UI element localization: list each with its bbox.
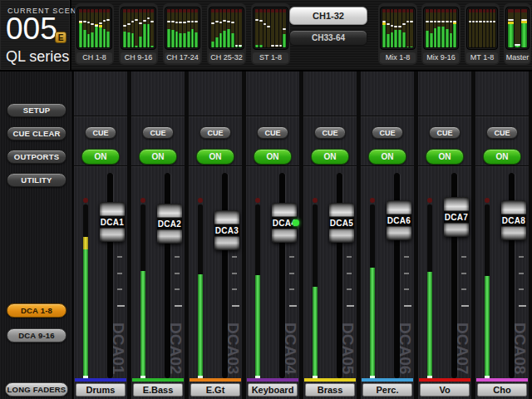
fader-scale-tick [347, 288, 352, 290]
meter-bar [187, 9, 190, 47]
fader-knob[interactable]: DCA2 [157, 204, 182, 244]
channel-name[interactable]: Brass [305, 383, 355, 397]
meter-block-master[interactable]: Master [504, 3, 531, 65]
cue-button[interactable]: CUE [85, 126, 116, 139]
channel-name[interactable]: Cho [477, 383, 527, 397]
fader-knob[interactable]: DCA6 [387, 200, 411, 240]
meter-bar [175, 9, 179, 47]
channel-name[interactable]: E.Bass [133, 383, 183, 397]
meter-bar [87, 9, 91, 47]
meter-bar [382, 9, 386, 47]
channel-name[interactable]: Perc. [362, 383, 412, 397]
fader-knob-label: DCA1 [100, 216, 125, 229]
on-button[interactable]: ON [196, 149, 234, 165]
sidebar-button-dca-1-8[interactable]: DCA 1-8 [7, 303, 66, 318]
fader-knob-label: DCA5 [329, 217, 354, 229]
on-button[interactable]: ON [311, 149, 349, 165]
fader-scale-tick [461, 256, 466, 258]
scene-edited-badge: E [55, 32, 66, 43]
meter-bar [437, 9, 441, 47]
on-button[interactable]: ON [81, 149, 120, 165]
cue-button[interactable]: CUE [142, 126, 174, 139]
fader-track[interactable] [222, 173, 228, 378]
meter-bar [106, 9, 110, 47]
channel-name[interactable]: Keyboard [248, 383, 298, 397]
on-button[interactable]: ON [139, 149, 177, 165]
meter-block-label: Mix 1-8 [380, 52, 416, 63]
meter-bar [95, 9, 98, 47]
meter-bars [165, 7, 200, 50]
meter-block-mix-9-16[interactable]: Mix 9-16 [421, 3, 461, 65]
meter-bar [426, 9, 429, 47]
scene-number: 005 [6, 12, 57, 47]
bank-button-ch33-64[interactable]: CH33-64 [289, 30, 367, 46]
meter-bar [271, 9, 274, 47]
channel-name[interactable]: E.Gt [190, 383, 240, 397]
current-scene-panel[interactable]: CURRENT SCENE 005 E QL series [0, 0, 71, 70]
meter-bar [167, 9, 170, 47]
clip-indicator [198, 198, 203, 203]
on-button[interactable]: ON [426, 149, 464, 165]
meter-bar [508, 9, 514, 47]
meter-bar [521, 9, 527, 47]
meter-bar [259, 9, 263, 47]
cue-button[interactable]: CUE [486, 126, 518, 139]
meter-bar [493, 9, 495, 47]
on-button[interactable]: ON [368, 149, 406, 165]
cue-button[interactable]: CUE [429, 126, 461, 139]
sidebar-button-utility[interactable]: UTILITY [7, 173, 66, 187]
channel-name[interactable]: Drums [76, 383, 126, 397]
clip-indicator [255, 198, 260, 203]
fader-knob[interactable]: DCA7 [444, 197, 469, 237]
sidebar-button-dca-9-16[interactable]: DCA 9-16 [7, 328, 66, 342]
sidebar-button-setup[interactable]: SETUP [7, 103, 66, 117]
meter-bar [123, 9, 126, 47]
meter-block-mix-1-8[interactable]: Mix 1-8 [378, 3, 417, 65]
fader-knob[interactable]: DCA8 [501, 200, 526, 240]
channel-name[interactable]: Vo [420, 383, 470, 397]
on-button[interactable]: ON [483, 149, 521, 165]
bank-button-ch1-32[interactable]: CH1-32 [289, 7, 367, 25]
on-button[interactable]: ON [254, 149, 292, 165]
meter-bar [469, 9, 471, 47]
cue-button[interactable]: CUE [257, 126, 288, 139]
meter-block-label: MT 1-8 [466, 52, 498, 63]
meter-block-label: CH 17-24 [165, 52, 200, 63]
fader-scale-tick [461, 288, 466, 290]
meter-bar [406, 9, 410, 47]
meter-bar [191, 9, 195, 47]
channel-color-bar [190, 378, 241, 382]
meter-block-ch-17-24[interactable]: CH 17-24 [163, 3, 202, 65]
meter-bar [147, 9, 150, 47]
cue-button[interactable]: CUE [200, 126, 231, 139]
channel-strip-dca3: CUE ON DCA03 DCA3 E.Gt [189, 71, 242, 399]
channel-strip-dca4: CUE ON DCA04 DCA4 Keyboard [246, 71, 299, 399]
fader-knob[interactable]: DCA3 [214, 210, 239, 250]
fader-scale-tick [347, 273, 352, 274]
fader-knob-label: DCA3 [214, 224, 239, 237]
meter-bars [121, 7, 156, 50]
strip-divider [246, 165, 299, 166]
meter-block-ch-25-32[interactable]: CH 25-32 [207, 3, 246, 65]
sidebar-button-cue-clear[interactable]: CUE CLEAR [7, 126, 66, 140]
meter-block-ch-9-16[interactable]: CH 9-16 [119, 3, 158, 65]
meter-block-ch-1-8[interactable]: CH 1-8 [75, 3, 114, 65]
meter-block-mt-1-8[interactable]: MT 1-8 [465, 3, 500, 65]
meter-block-label: CH 1-8 [76, 52, 112, 63]
fader-scale-tick [232, 273, 237, 274]
sidebar-button-outports[interactable]: OUTPORTS [7, 150, 66, 164]
fader-knob[interactable]: DCA1 [100, 202, 125, 242]
fader-knob[interactable]: DCA5 [329, 203, 354, 243]
cue-button[interactable]: CUE [314, 126, 346, 139]
level-meter [485, 204, 490, 378]
meter-block-st-1-8[interactable]: ST 1-8 [251, 3, 290, 65]
strip-divider [131, 165, 185, 166]
meter-bars [380, 7, 416, 50]
strip-divider [74, 165, 127, 166]
strip-top-panel [418, 71, 471, 116]
sidebar-button-long-faders[interactable]: LONG FADERS [5, 382, 68, 397]
cue-button[interactable]: CUE [372, 126, 403, 139]
fader-knob[interactable]: DCA4 [272, 203, 297, 243]
level-meter [370, 204, 375, 378]
fader-scale-tick [404, 256, 409, 258]
